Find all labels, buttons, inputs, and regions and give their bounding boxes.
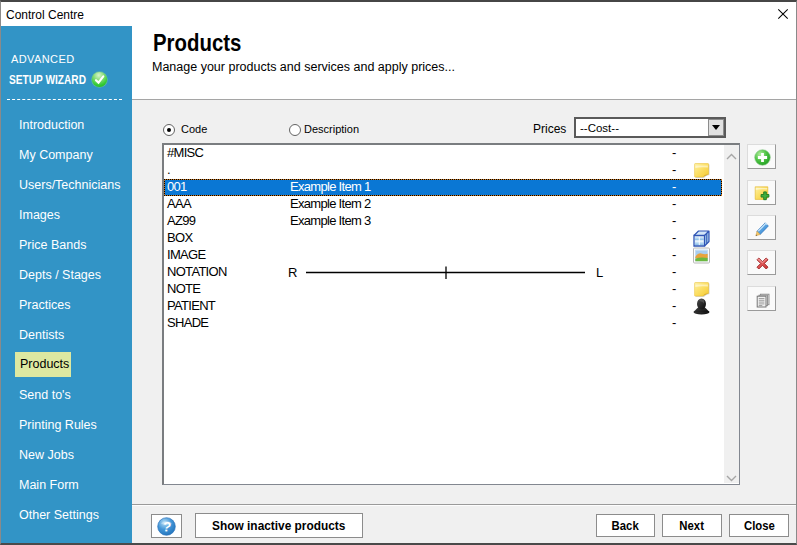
svg-text:R: R	[288, 265, 297, 280]
svg-text:L: L	[596, 265, 603, 280]
